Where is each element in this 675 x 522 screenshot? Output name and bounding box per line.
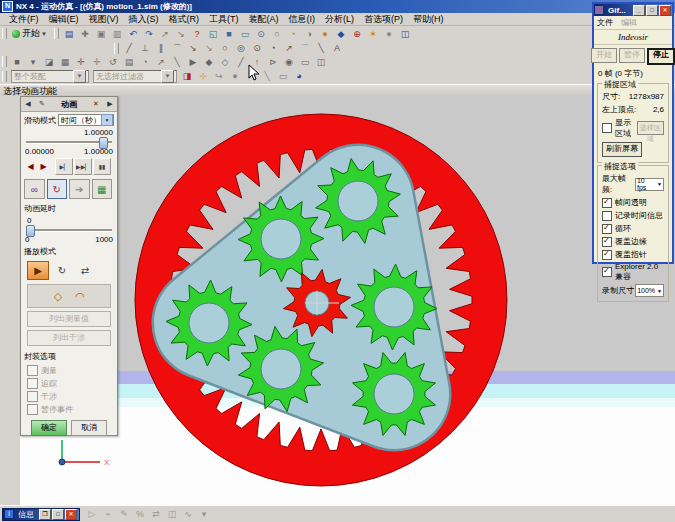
toolbar-icon[interactable]: ◆ — [202, 55, 216, 68]
capture-option-checkbox[interactable] — [602, 250, 612, 260]
toolbar-icon[interactable]: ↗ — [158, 27, 172, 40]
toolbar-icon[interactable]: A — [330, 42, 344, 55]
toolbar-icon[interactable]: ▣ — [94, 27, 108, 40]
play-mode-button[interactable]: ↻ — [52, 262, 72, 279]
package-option-checkbox[interactable] — [27, 404, 38, 415]
close-button[interactable]: ✕ — [659, 5, 671, 16]
gif-menu-edit[interactable]: 编辑 — [621, 17, 637, 28]
toolbar-icon[interactable]: ↘ — [202, 42, 216, 55]
articulation-button[interactable]: ◇ — [47, 287, 69, 305]
graphics-viewport[interactable] — [20, 95, 675, 505]
time-slider[interactable] — [26, 137, 112, 147]
toolbar-icon[interactable]: ▦ — [58, 55, 72, 68]
toolbar-icon[interactable]: ⊙ — [254, 27, 268, 40]
bottom-toolbar-icon[interactable]: % — [133, 508, 147, 521]
dialog-back-button[interactable]: ◀ — [21, 97, 35, 111]
toolbar-icon[interactable]: ▶ — [186, 55, 200, 68]
animation-tab[interactable]: 动画 — [49, 99, 89, 110]
toolbar-icon[interactable]: ◇ — [218, 55, 232, 68]
animation-export-button[interactable]: ➔ — [69, 179, 90, 199]
toolbar-grip[interactable] — [114, 43, 119, 54]
toolbar-icon[interactable]: ⊥ — [138, 42, 152, 55]
toolbar-grip[interactable] — [54, 28, 59, 39]
toolbar-icon[interactable]: ↷ — [142, 27, 156, 40]
toolbar-icon[interactable]: ✶ — [366, 27, 380, 40]
animation-export-button[interactable]: ∞ — [24, 179, 45, 199]
toolbar-icon[interactable]: ○ — [218, 42, 232, 55]
delay-slider[interactable] — [26, 225, 112, 235]
gif-title-bar[interactable]: Gif... _ □ ✕ — [594, 4, 672, 16]
toolbar-icon[interactable]: ▤ — [122, 55, 136, 68]
package-option-checkbox[interactable] — [27, 378, 38, 389]
toolbar-grip[interactable] — [2, 28, 7, 39]
toolbar-icon[interactable]: ✛ — [90, 55, 104, 68]
start-menu-button[interactable]: 开始▼ — [9, 27, 50, 40]
animation-export-button[interactable]: ↻ — [47, 179, 68, 199]
dialog-forward-button[interactable]: ▶ — [103, 97, 117, 111]
toolbar-icon[interactable]: ▤ — [62, 27, 76, 40]
package-option-checkbox[interactable] — [27, 391, 38, 402]
menu-item[interactable]: 信息(I) — [284, 13, 321, 26]
menu-item[interactable]: 插入(S) — [124, 13, 164, 26]
articulation-button[interactable]: ◠ — [69, 287, 91, 305]
toolbar-icon[interactable]: ▭ — [238, 27, 252, 40]
info-window-minimized[interactable]: i 信息 ❐ □ ✕ — [2, 508, 80, 521]
toolbar-icon[interactable]: ⌒ — [298, 42, 312, 55]
close-button[interactable]: ✕ — [65, 509, 77, 520]
capture-option-checkbox[interactable] — [602, 211, 612, 221]
capture-option-checkbox[interactable] — [602, 267, 612, 277]
toolbar-icon[interactable]: ✚ — [78, 27, 92, 40]
step-button[interactable]: ▮▮ — [93, 158, 111, 175]
menu-item[interactable]: 分析(L) — [320, 13, 359, 26]
toolbar-icon[interactable]: ■ — [222, 27, 236, 40]
play-mode-button[interactable]: ▶ — [27, 261, 49, 280]
menu-item[interactable]: 文件(F) — [4, 13, 44, 26]
snap-toolbar-icon[interactable]: ▭ — [276, 70, 290, 83]
toolbar-icon[interactable]: ◉ — [282, 55, 296, 68]
toolbar-icon[interactable]: ↶ — [126, 27, 140, 40]
toolbar-icon[interactable]: ╲ — [314, 42, 328, 55]
ok-button[interactable]: 确定 — [31, 420, 67, 436]
delay-slider-thumb[interactable] — [26, 225, 35, 237]
bottom-toolbar-icon[interactable]: ◫ — [165, 508, 179, 521]
selection-filter-combo[interactable]: 无选择过滤器▼ — [93, 70, 177, 83]
toolbar-icon[interactable]: ◫ — [314, 55, 328, 68]
toolbar-icon[interactable]: ◔ — [138, 55, 152, 68]
minimize-button[interactable]: _ — [633, 5, 645, 16]
list-interference-button[interactable]: 列出干涉 — [27, 330, 111, 346]
gif-stop-button[interactable]: 停止 — [647, 48, 675, 65]
gif-start-button[interactable]: 开始 — [591, 48, 617, 63]
menu-item[interactable]: 首选项(P) — [359, 13, 408, 26]
toolbar-grip[interactable] — [2, 56, 7, 67]
select-region-button[interactable]: 选择区域 — [637, 121, 664, 135]
toolbar-icon[interactable]: ╱ — [234, 55, 248, 68]
restore-button[interactable]: ❐ — [39, 509, 51, 520]
gif-menu-file[interactable]: 文件 — [597, 17, 613, 28]
toolbar-icon[interactable]: ◔ — [266, 42, 280, 55]
bottom-toolbar-icon[interactable]: ▾ — [197, 508, 211, 521]
menu-item[interactable]: 工具(T) — [204, 13, 244, 26]
maximize-button[interactable]: □ — [52, 509, 64, 520]
slide-mode-combo[interactable]: 时间（秒）▼ — [58, 114, 114, 126]
bottom-toolbar-icon[interactable]: ✎ — [117, 508, 131, 521]
play-direction-button[interactable]: ◀ — [24, 160, 37, 174]
toolbar-icon[interactable]: ⊕ — [350, 27, 364, 40]
snap-toolbar-icon[interactable]: ◨ — [180, 70, 194, 83]
toolbar-icon[interactable]: ● — [318, 27, 332, 40]
toolbar-icon[interactable]: ╱ — [122, 42, 136, 55]
toolbar-icon[interactable]: ○ — [270, 27, 284, 40]
toolbar-icon[interactable]: ▾ — [26, 55, 40, 68]
menu-item[interactable]: 帮助(H) — [408, 13, 449, 26]
play-direction-button[interactable]: ▶ — [37, 160, 50, 174]
toolbar-icon[interactable]: ╲ — [170, 55, 184, 68]
capture-option-checkbox[interactable] — [602, 198, 612, 208]
refresh-screen-button[interactable]: 刷新屏幕 — [602, 142, 642, 157]
snap-toolbar-icon[interactable]: ╲ — [260, 70, 274, 83]
capture-option-checkbox[interactable] — [602, 237, 612, 247]
rec-size-combo[interactable]: 100%▼ — [635, 284, 664, 297]
bottom-toolbar-icon[interactable]: ⇄ — [149, 508, 163, 521]
toolbar-icon[interactable]: ⊙ — [250, 42, 264, 55]
toolbar-icon[interactable]: ↺ — [106, 55, 120, 68]
toolbar-icon[interactable]: ↘ — [174, 27, 188, 40]
toolbar-icon[interactable]: ◆ — [334, 27, 348, 40]
